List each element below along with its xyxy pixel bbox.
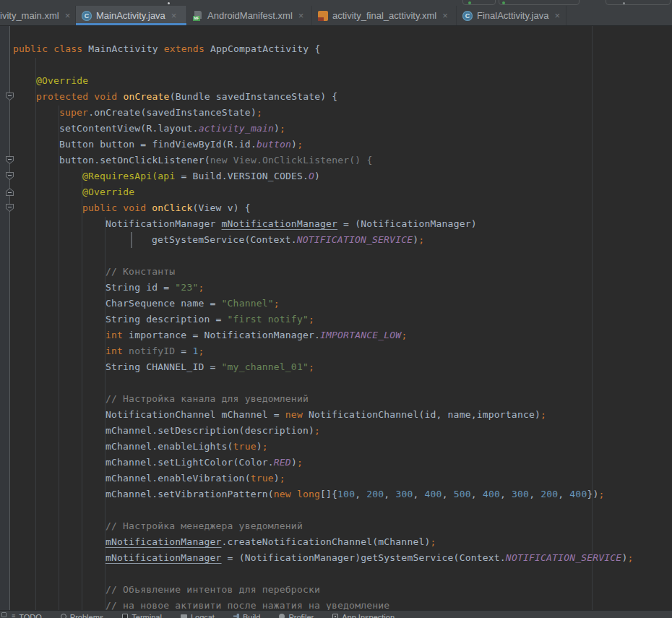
code-line[interactable]: // Обьявление интентов для переброски (0, 582, 672, 598)
code-line[interactable]: int importance = NotificationManager.IMP… (0, 327, 672, 343)
manifest-file-icon: MF (193, 11, 203, 21)
code-line[interactable]: public class MainActivity extends AppCom… (0, 41, 672, 57)
tab-label: AndroidManifest.xml (207, 10, 293, 21)
code-line[interactable]: String id = "23"; (0, 280, 672, 296)
build-hammer-icon (233, 614, 239, 618)
toolbar-dot-icon (623, 2, 625, 4)
code-line[interactable]: setContentView(R.layout.activity_main); (0, 121, 672, 137)
toolbar-item-logcat[interactable]: Logcat (181, 612, 215, 618)
code-line[interactable]: mChannel.setLightColor(Color.RED); (0, 455, 672, 471)
tab-mainactivity-java[interactable]: C MainActivity.java × (76, 6, 187, 25)
code-line[interactable]: mChannel.setVibrationPattern(new long[]{… (0, 486, 672, 502)
code-line[interactable]: getSystemService(Context.NOTIFICATION_SE… (0, 232, 672, 248)
java-class-icon: C (82, 11, 92, 21)
ide-window: ivity_main.xml × C MainActivity.java × M… (0, 0, 672, 618)
problems-icon (61, 614, 66, 618)
code-line[interactable]: protected void onCreate(Bundle savedInst… (0, 89, 672, 105)
code-line[interactable]: // Настройка менеджера уведомлений (0, 518, 672, 534)
editor-tab-bar: ivity_main.xml × C MainActivity.java × M… (0, 6, 672, 26)
code-line[interactable]: NotificationManager mNotificationManager… (0, 216, 672, 232)
code-line[interactable]: // на новое активити после нажатия на ув… (0, 598, 672, 611)
tab-androidmanifest-xml[interactable]: MF AndroidManifest.xml × (187, 6, 312, 25)
toolbar-item-app-inspection[interactable]: App Inspection (332, 612, 395, 618)
code-line[interactable]: String CHANNEL_ID = "my_channel_01"; (0, 359, 672, 375)
code-lines: public class MainActivity extends AppCom… (0, 41, 672, 611)
toolbar-item-label: Logcat (191, 612, 215, 618)
code-editor[interactable]: public class MainActivity extends AppCom… (0, 26, 672, 611)
code-line[interactable]: button.setOnClickListener(new View.OnCli… (0, 153, 672, 168)
tab-activity-main-xml[interactable]: ivity_main.xml × (0, 6, 76, 25)
toolbar-item-label: App Inspection (342, 612, 395, 618)
code-line[interactable] (0, 375, 672, 391)
code-line[interactable]: super.onCreate(savedInstanceState); (0, 105, 672, 121)
code-line[interactable]: @RequiresApi(api = Build.VERSION_CODES.O… (0, 168, 672, 184)
toolbar-widget[interactable] (462, 0, 496, 5)
code-line[interactable] (0, 566, 672, 582)
toolbar-item-label: Terminal (132, 612, 162, 618)
code-line[interactable] (0, 502, 672, 518)
code-line[interactable]: String description = "first notify"; (0, 312, 672, 327)
tab-activity-final-acttivity-xml[interactable]: activity_final_acttivity.xml × (312, 6, 457, 25)
run-status-icon (502, 1, 505, 4)
toolbar-item-profiler[interactable]: Profiler (279, 612, 314, 618)
close-icon[interactable]: × (442, 11, 448, 20)
toolbar-item-label: TODO (19, 612, 42, 618)
code-line[interactable]: NotificationChannel mChannel = new Notif… (0, 407, 672, 423)
code-line[interactable]: Button button = findViewById(R.id.button… (0, 137, 672, 153)
code-line[interactable]: mNotificationManager.createNotificationC… (0, 534, 672, 550)
toolbar-item-label: Profiler (288, 612, 314, 618)
code-line[interactable]: // Настройка канала для уведомлений (0, 391, 672, 407)
layout-xml-icon (318, 11, 328, 21)
java-class-icon: C (462, 11, 473, 21)
logcat-icon (181, 614, 187, 618)
tool-window-corner-icon[interactable] (1, 612, 7, 617)
code-line[interactable]: CharSequence name = "Channel"; (0, 296, 672, 312)
code-line[interactable]: mChannel.enableLights(true); (0, 439, 672, 455)
toolbar-item-todo[interactable]: ≡ TODO (12, 612, 42, 618)
code-line[interactable]: mChannel.setDescription(description); (0, 423, 672, 439)
code-line[interactable]: int notifyID = 1; (0, 343, 672, 359)
tab-label: FinalActtivity.java (477, 10, 548, 21)
run-status-icon (468, 1, 471, 4)
toolbar-item-problems[interactable]: Problems (61, 612, 103, 618)
code-line[interactable]: public void onClick(View v) { (0, 200, 672, 216)
tab-label: MainActivity.java (96, 10, 165, 21)
code-line[interactable]: mNotificationManager = (NotificationMana… (0, 550, 672, 566)
toolbar-widget[interactable] (606, 0, 671, 5)
code-line[interactable] (0, 248, 672, 264)
tab-label: activity_final_acttivity.xml (332, 10, 436, 21)
tab-finalacttivity-java[interactable]: C FinalActtivity.java × (457, 6, 567, 25)
profiler-icon (279, 614, 285, 618)
tab-label: ivity_main.xml (0, 10, 59, 21)
close-icon[interactable]: × (298, 11, 304, 20)
close-icon[interactable]: × (554, 11, 560, 20)
code-line[interactable] (0, 57, 672, 73)
main-toolbar-strip (0, 0, 672, 6)
code-line[interactable]: mChannel.enableVibration(true); (0, 471, 672, 486)
terminal-icon (122, 614, 128, 618)
close-icon[interactable]: × (171, 11, 177, 20)
app-inspection-icon (332, 614, 338, 618)
tool-window-bar: ≡ TODO Problems Terminal Logcat Build Pr… (0, 610, 672, 618)
toolbar-item-label: Build (243, 612, 260, 618)
code-line[interactable]: @Override (0, 184, 672, 200)
toolbar-widget[interactable] (499, 0, 580, 5)
toolbar-item-label: Problems (70, 612, 103, 618)
todo-icon: ≡ (12, 613, 15, 618)
close-icon[interactable]: × (65, 11, 71, 20)
code-line[interactable]: @Override (0, 73, 672, 89)
toolbar-item-terminal[interactable]: Terminal (122, 612, 162, 618)
toolbar-dot-icon (168, 2, 170, 4)
toolbar-item-build[interactable]: Build (233, 612, 260, 618)
code-line[interactable]: // Константы (0, 264, 672, 280)
